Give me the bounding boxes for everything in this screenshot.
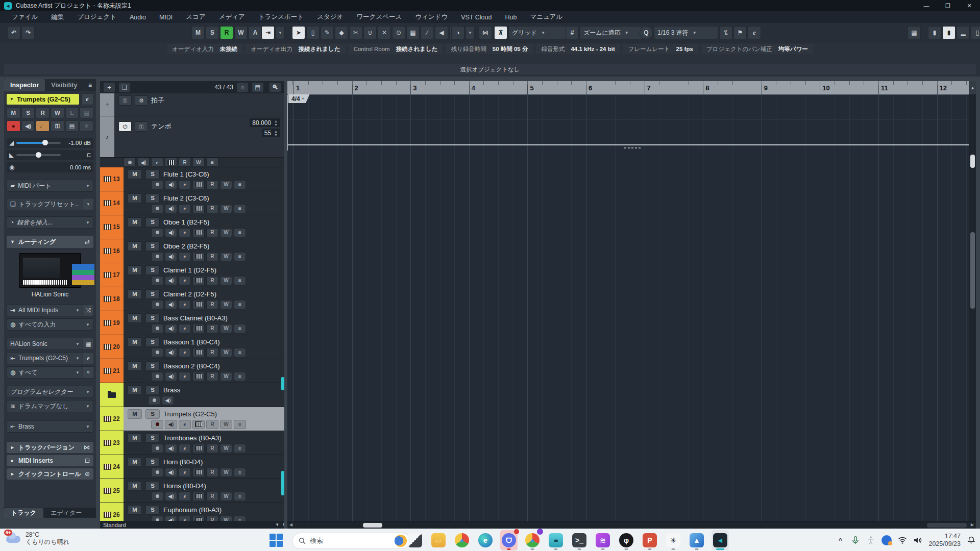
keyboard-icon[interactable]	[192, 348, 205, 357]
keyboard-icon[interactable]	[192, 444, 205, 453]
automation-m-button[interactable]: M	[191, 26, 205, 39]
monitor-button[interactable]: ◀)	[165, 420, 177, 429]
menu-item-8[interactable]: トランスポート	[252, 13, 310, 21]
monitor-button[interactable]: ◀)	[21, 120, 35, 132]
read-automation-button[interactable]: R	[179, 158, 191, 167]
iterative-quantize-button[interactable]: ⚑	[733, 26, 747, 39]
taskbar-app-edge[interactable]: e	[477, 530, 494, 550]
track-row-20[interactable]: 20MSBassoon 1 (B0-C4)◀)eRW≡	[100, 335, 284, 359]
keyboard-icon[interactable]	[192, 324, 205, 333]
lanes-icon[interactable]: ≡	[234, 420, 246, 429]
track-color-strip[interactable]: 19	[100, 311, 124, 335]
write-automation-button[interactable]: W	[220, 300, 232, 309]
glue-tool[interactable]: ∪	[363, 26, 377, 39]
read-automation-button[interactable]: R	[206, 372, 218, 381]
keyboard-icon[interactable]	[192, 228, 205, 237]
solo-button[interactable]: S	[145, 505, 160, 515]
lanes-icon[interactable]: ≡	[234, 276, 246, 285]
track-name[interactable]: Bassoon 1 (B0-C4)	[163, 338, 220, 346]
monitor-button[interactable]: ◀)	[165, 204, 177, 213]
edit-channel-button[interactable]: e	[179, 348, 191, 357]
maximize-button[interactable]: ❐	[937, 0, 959, 11]
color-menu-caret[interactable]: ▼	[465, 26, 475, 39]
solo-button[interactable]: S	[145, 265, 160, 275]
track-name[interactable]: Oboe 2 (B2-F5)	[163, 242, 209, 250]
undo-button[interactable]: ↶	[7, 26, 20, 39]
swing-button[interactable]: ⁒	[719, 26, 732, 39]
snap-type-select[interactable]: グリッド ▼	[508, 26, 568, 39]
comp-tool[interactable]: ▦	[406, 26, 420, 39]
edit-channel-button[interactable]: e	[179, 420, 191, 429]
menu-item-7[interactable]: メディア	[212, 13, 252, 21]
track-color-strip[interactable]: 25	[100, 479, 124, 503]
lanes-icon[interactable]: ≡	[234, 468, 246, 477]
search-box[interactable]: 検索	[292, 533, 410, 549]
input-routing-dropdown[interactable]: ⇥ All MIDI Inputs ▼ ⤨	[7, 304, 93, 316]
tempo-active-button[interactable]: ⏻	[118, 121, 132, 132]
record-enable-button[interactable]	[151, 324, 163, 333]
folder-track-row[interactable]: MSBrass◀)	[100, 383, 284, 407]
pan-slider[interactable]	[16, 154, 61, 156]
menu-item-4[interactable]: Audio	[123, 14, 153, 21]
read-automation-button[interactable]: R	[206, 276, 218, 285]
read-automation-button[interactable]: R	[206, 444, 218, 453]
inspector-menu-icon[interactable]: ≡	[88, 82, 96, 89]
keyboard-icon[interactable]	[192, 180, 205, 189]
read-automation-button[interactable]: R	[206, 180, 218, 189]
mute-button[interactable]: M	[128, 241, 142, 251]
status-segment-2[interactable]: オーディオ出力接続されました	[246, 44, 345, 54]
mute-button[interactable]: M	[128, 433, 142, 443]
tray-overflow-chevron-icon[interactable]: ^	[836, 536, 845, 545]
lower-zone-button[interactable]: ▂	[957, 26, 970, 39]
track-color-strip[interactable]: 13	[100, 167, 124, 191]
automation-s-button[interactable]: S	[206, 26, 219, 39]
mute-button[interactable]: M	[128, 289, 142, 299]
volume-slider[interactable]	[16, 142, 61, 144]
draw-tool[interactable]: ✎	[321, 26, 334, 39]
lanes-icon[interactable]: ≡	[234, 300, 246, 309]
keyboard-icon[interactable]: ▦	[83, 338, 93, 349]
keyboard-icon[interactable]	[192, 300, 205, 309]
monitor-button[interactable]: ◀)	[165, 180, 177, 189]
track-color-strip[interactable]: 15	[100, 215, 124, 239]
lanes-icon[interactable]: ≡	[234, 252, 246, 261]
menu-item-13[interactable]: Hub	[498, 14, 523, 21]
status-segment-1[interactable]: オーディオ入力未接続	[167, 44, 242, 54]
inspector-zone-button[interactable]: ▮	[942, 26, 955, 39]
inspector-m-button[interactable]: M	[7, 107, 20, 118]
edit-channel-button[interactable]: e	[179, 372, 191, 381]
menu-item-1[interactable]: ファイル	[5, 13, 44, 21]
tab-editor[interactable]: エディター	[43, 508, 89, 518]
menu-item-6[interactable]: スコア	[179, 13, 212, 21]
solo-button[interactable]: S	[145, 361, 160, 371]
accessibility-icon[interactable]	[866, 536, 875, 545]
section-track-versions[interactable]: ► トラックバージョン ⋈	[7, 442, 93, 453]
edit-channel-button[interactable]: e	[179, 492, 191, 501]
lanes-icon[interactable]: ≡	[234, 228, 246, 237]
spinner-icon[interactable]: ▲▼	[274, 119, 278, 127]
timeline-ruler[interactable]: 123456789101112	[287, 81, 976, 95]
object-select-tool[interactable]: ➤	[292, 26, 305, 39]
wifi-icon[interactable]	[898, 536, 907, 545]
track-name[interactable]: Brass	[163, 386, 180, 394]
tab-visibility[interactable]: Visibility	[45, 79, 83, 91]
solo-button[interactable]: S	[145, 217, 160, 227]
line-tool[interactable]: ∕	[421, 26, 434, 39]
output-bus-dropdown[interactable]: ⇤ Brass ▼	[7, 420, 93, 433]
read-automation-button[interactable]: R	[206, 492, 218, 501]
autoscroll-button[interactable]: ⇥	[261, 26, 275, 39]
lock-button[interactable]: ⚿	[51, 120, 64, 132]
weather-widget[interactable]: 9+ 28°C くもりのち晴れ	[5, 531, 69, 546]
inspector-s-button[interactable]: S	[21, 107, 35, 118]
freeze-button[interactable]: ✳	[80, 120, 93, 132]
track-color-strip[interactable]	[100, 383, 124, 407]
track-row-25[interactable]: 25MSHorns (B0-D4)◀)eRW≡	[100, 479, 284, 503]
taskbar-app-clickup[interactable]: ≋	[594, 530, 611, 550]
inspector-l-button[interactable]: L	[65, 107, 79, 118]
mute-button[interactable]: M	[128, 337, 142, 347]
keyboard-icon[interactable]	[192, 372, 205, 381]
left-zone-button[interactable]: ▮	[928, 26, 941, 39]
home-filter-icon[interactable]: ⌂	[236, 82, 249, 92]
menu-item-5[interactable]: MIDI	[153, 14, 179, 21]
lanes-icon[interactable]: ≡	[234, 180, 246, 189]
